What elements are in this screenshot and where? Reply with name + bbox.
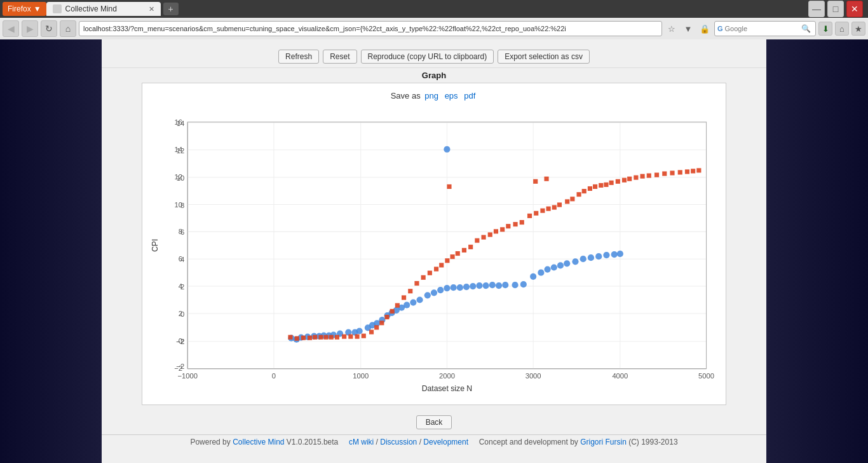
svg-rect-149 [544,177,548,181]
svg-point-92 [572,258,578,265]
development-link[interactable]: Development [423,438,468,446]
svg-point-86 [530,273,536,280]
svg-text:8: 8 [179,228,182,235]
graph-heading: Graph [102,68,766,83]
svg-rect-156 [609,181,614,185]
svg-point-88 [544,266,550,272]
svg-rect-118 [395,303,400,308]
svg-rect-142 [546,207,551,211]
svg-rect-143 [552,205,557,210]
save-pdf-link[interactable]: pdf [464,91,475,100]
svg-point-77 [463,284,470,290]
back-nav-button[interactable]: ◀ [3,20,19,37]
refresh-button[interactable]: Refresh [278,50,319,64]
svg-rect-166 [678,170,682,174]
svg-text:4000: 4000 [612,372,628,380]
forward-nav-button[interactable]: ▶ [22,20,38,37]
maximize-button[interactable]: □ [827,1,844,17]
svg-rect-116 [384,315,389,319]
security-icon: 🔒 [698,22,712,36]
powered-by-text: Powered by [190,438,230,446]
author-link[interactable]: Grigori Fursin [580,438,627,446]
svg-point-91 [564,260,570,266]
svg-rect-135 [500,227,505,232]
svg-rect-127 [451,254,455,259]
svg-rect-169 [696,168,701,172]
svg-point-97 [611,251,618,258]
save-png-link[interactable]: png [424,91,438,100]
close-window-button[interactable]: ✕ [846,1,863,17]
svg-rect-110 [348,335,353,339]
svg-point-70 [416,296,423,303]
active-tab[interactable]: Collective Mind ✕ [46,2,161,16]
tab-bar: Firefox ▼ Collective Mind ✕ + — □ ✕ [0,0,868,18]
svg-text:0: 0 [272,372,276,380]
save-as-row: Save as png eps pdf [149,91,719,100]
svg-point-82 [496,282,502,289]
svg-rect-125 [439,263,444,267]
svg-rect-121 [414,281,419,286]
svg-point-59 [356,328,363,334]
svg-rect-129 [462,248,466,252]
svg-rect-157 [616,179,620,184]
discussion-link[interactable]: Discussion [380,438,417,446]
svg-point-69 [410,299,416,305]
svg-rect-111 [355,335,360,339]
svg-rect-136 [506,224,510,228]
dropdown-icon: ▼ [34,4,41,13]
svg-rect-119 [402,295,406,300]
svg-rect-151 [582,189,587,193]
address-bar[interactable] [79,21,662,36]
svg-rect-113 [369,329,374,334]
new-tab-button[interactable]: + [163,3,179,15]
download-icon[interactable]: ⬇ [818,22,832,36]
svg-point-72 [431,289,437,296]
svg-text:1000: 1000 [353,372,369,380]
firefox-button[interactable]: Firefox ▼ [3,2,46,16]
bookmark-star-icon[interactable]: ☆ [665,22,679,36]
search-submit-icon[interactable]: 🔍 [801,24,811,33]
svg-rect-139 [527,214,532,218]
svg-point-90 [557,262,564,268]
svg-text:10: 10 [175,201,182,209]
cm-link[interactable]: Collective Mind [233,438,284,446]
svg-rect-168 [691,169,695,173]
svg-rect-155 [604,183,608,187]
svg-point-81 [489,282,496,288]
svg-point-99 [444,146,450,153]
minimize-button[interactable]: — [808,1,825,17]
reset-button[interactable]: Reset [323,50,356,64]
save-eps-link[interactable]: eps [445,91,458,100]
tab-title: Collective Mind [65,4,117,13]
wiki-link[interactable]: cM wiki [349,438,374,446]
svg-rect-130 [468,245,473,249]
svg-point-93 [580,256,587,262]
svg-rect-148 [533,179,538,184]
home-toolbar-icon[interactable]: ⌂ [835,22,849,36]
svg-rect-145 [565,199,569,204]
bookmarks-icon[interactable]: ★ [851,22,865,36]
svg-text:−1000: −1000 [177,372,198,380]
search-bar[interactable]: G 🔍 [714,21,816,36]
svg-text:16: 16 [175,118,182,126]
svg-rect-134 [494,229,498,233]
svg-rect-132 [481,235,485,239]
export-button[interactable]: Export selection as csv [498,50,590,64]
svg-point-83 [502,282,508,288]
svg-text:6: 6 [179,255,182,263]
search-input[interactable] [725,25,801,32]
chart-wrapper: −1000 0 1000 2000 3000 4000 5000 Dataset… [149,106,719,398]
svg-rect-133 [488,232,492,237]
svg-rect-165 [670,170,674,175]
svg-point-79 [476,282,482,289]
svg-rect-159 [627,177,632,181]
svg-text:−2: −2 [174,364,182,372]
bookmark-list-icon[interactable]: ▼ [681,22,695,36]
reproduce-button[interactable]: Reproduce (copy URL to clipboard) [361,50,494,64]
tab-close-button[interactable]: ✕ [149,5,154,13]
svg-rect-123 [428,271,432,275]
reload-button[interactable]: ↻ [41,20,57,37]
svg-point-75 [451,284,457,291]
home-button[interactable]: ⌂ [60,20,76,37]
back-button[interactable]: Back [416,415,452,429]
